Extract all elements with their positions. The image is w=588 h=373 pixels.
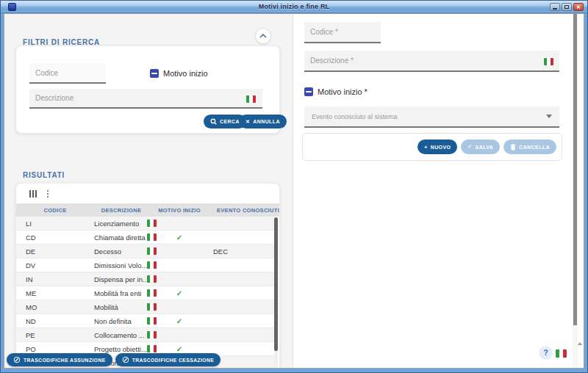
italian-flag-icon <box>147 233 157 241</box>
motivo-inizio-detail-checkbox[interactable]: Motivo inizio * <box>304 87 368 96</box>
help-button[interactable]: ? <box>539 346 553 360</box>
close-button[interactable]: ✕ <box>573 3 584 11</box>
search-panel: FILTRI DI RICERCA Motivo inizio CERCA ✕ <box>4 14 293 368</box>
cell-motivo-inizio: ✓ <box>158 289 201 297</box>
evento-conosciuto-select[interactable]: Evento conosciuto al sistema <box>304 106 559 128</box>
detail-panel: Motivo inizio * Evento conosciuto al sis… <box>293 14 572 368</box>
column-header-codice[interactable]: CODICE <box>26 207 85 214</box>
cerca-label: CERCA <box>220 119 240 124</box>
cell-codice: ME <box>26 289 85 297</box>
plus-icon: + <box>424 145 428 150</box>
table-row[interactable]: MOMobilità <box>16 300 274 314</box>
italian-flag-icon <box>147 261 157 269</box>
italian-flag-icon <box>147 345 157 352</box>
cell-descrizione: Licenziamento <box>85 220 158 228</box>
cell-descrizione: Dimissioni Volo... <box>85 261 158 269</box>
cell-motivo-inizio: ✓ <box>158 233 201 242</box>
column-header-descrizione[interactable]: DESCRIZIONE <box>85 207 158 214</box>
trascodifiche-assunzione-label: TRASCODIFICHE ASSUNZIONE <box>24 358 106 363</box>
language-italian-flag-icon[interactable] <box>556 350 567 358</box>
table-row[interactable]: MEMobilità fra enti✓ <box>16 286 274 300</box>
transcode-icon <box>13 356 21 363</box>
nuovo-button[interactable]: + NUOVO <box>417 140 457 154</box>
trascodifiche-cessazione-label: TRASCODIFICHE CESSAZIONE <box>132 358 215 363</box>
codice-filter-input[interactable] <box>29 64 106 84</box>
more-options-icon[interactable] <box>47 190 49 198</box>
salva-button[interactable]: ✓ SALVA <box>461 140 500 154</box>
cell-motivo-inizio: ✓ <box>158 317 201 325</box>
table-row[interactable]: PECollocamento ... <box>16 328 274 342</box>
collapse-filters-button[interactable] <box>255 28 271 44</box>
cell-descrizione: Chiamata diretta <box>85 233 158 242</box>
window-content: FILTRI DI RICERCA Motivo inizio CERCA ✕ <box>4 13 584 369</box>
table-body: LILicenziamentoCDChiamata diretta✓DEDece… <box>16 217 274 368</box>
table-row[interactable]: LILicenziamento <box>16 217 274 231</box>
italian-flag-icon <box>147 220 157 227</box>
trascodifiche-cessazione-button[interactable]: TRASCODIFICHE CESSAZIONE <box>115 353 221 366</box>
app-window: Motivi inizio e fine RL ✕ FILTRI DI RICE… <box>0 0 588 373</box>
trash-icon <box>510 144 516 151</box>
cell-descrizione: Progetto obietti... <box>85 345 158 353</box>
check-icon: ✓ <box>176 233 182 242</box>
codice-detail-input[interactable] <box>304 22 381 43</box>
cell-evento-conosciuto: DEC <box>201 247 274 256</box>
cell-descrizione: Collocamento ... <box>85 331 158 339</box>
column-header-motivo-inizio[interactable]: MOTIVO INIZIO <box>158 207 201 214</box>
page-scrollbar-thumb[interactable] <box>573 14 577 325</box>
app-icon <box>8 3 16 11</box>
check-icon: ✓ <box>176 289 182 297</box>
evento-conosciuto-placeholder: Evento conosciuto al sistema <box>312 113 546 120</box>
cancella-label: CANCELLA <box>519 145 550 150</box>
search-icon <box>210 118 217 125</box>
window-controls: ✕ <box>550 3 584 11</box>
table-row[interactable]: INDispensa per in... <box>16 272 274 286</box>
motivo-inizio-filter-checkbox[interactable]: Motivo inizio <box>150 69 208 78</box>
cell-descrizione: Decesso <box>85 247 158 256</box>
cell-codice: LI <box>26 220 85 228</box>
minimize-button[interactable] <box>550 3 560 11</box>
cancella-button[interactable]: CANCELLA <box>503 140 556 154</box>
descrizione-detail-input[interactable] <box>304 51 559 72</box>
column-header-evento-conosciuto[interactable]: EVENTO CONOSCIUTO... <box>201 207 279 214</box>
table-row[interactable]: NDNon definita✓ <box>16 314 274 328</box>
minimize-icon <box>553 8 557 10</box>
question-icon: ? <box>543 349 548 357</box>
check-icon: ✓ <box>467 144 472 150</box>
table-row[interactable]: DVDimissioni Volo... <box>16 258 274 272</box>
chevron-up-icon <box>259 34 267 38</box>
maximize-button[interactable] <box>562 3 572 11</box>
cell-codice: DV <box>26 261 85 269</box>
checkbox-indeterminate-icon <box>150 69 159 78</box>
italian-flag-icon <box>147 317 157 325</box>
close-icon: ✕ <box>576 4 581 10</box>
annulla-button[interactable]: ✕ ANNULLA <box>239 115 287 128</box>
table-row[interactable]: CDChiamata diretta✓ <box>16 231 274 245</box>
cell-codice: CD <box>26 233 85 242</box>
columns-icon[interactable] <box>29 190 37 198</box>
motivo-inizio-filter-label: Motivo inizio <box>163 69 208 78</box>
detail-actions-card: + NUOVO ✓ SALVA CANCELLA <box>302 133 562 161</box>
motivo-inizio-detail-label: Motivo inizio * <box>318 87 368 96</box>
page-scrollbar[interactable] <box>573 14 578 368</box>
table-scrollbar-thumb[interactable] <box>274 217 278 351</box>
cell-motivo-inizio: ✓ <box>158 345 201 353</box>
cell-codice: DE <box>26 247 85 256</box>
checkbox-indeterminate-icon <box>304 87 313 96</box>
cell-descrizione: Mobilità fra enti <box>85 289 158 297</box>
table-scrollbar[interactable] <box>274 217 278 368</box>
check-icon: ✓ <box>176 345 182 353</box>
descrizione-filter-input[interactable] <box>29 89 262 109</box>
cell-codice: IN <box>26 275 85 283</box>
table-row[interactable]: DEDecessoDEC <box>16 245 274 258</box>
cell-codice: MO <box>26 303 85 311</box>
cell-codice: PE <box>26 331 85 339</box>
cell-descrizione: Mobilità <box>85 303 158 311</box>
trascodifiche-assunzione-button[interactable]: TRASCODIFICHE ASSUNZIONE <box>7 353 112 366</box>
scroll-up-arrow-icon <box>578 342 582 345</box>
italian-flag-icon <box>147 331 157 338</box>
italian-flag-icon <box>147 303 157 311</box>
italian-flag-icon <box>246 95 256 103</box>
cell-descrizione: Dispensa per in... <box>85 275 158 283</box>
window-titlebar[interactable]: Motivi inizio e fine RL ✕ <box>1 1 587 13</box>
table-toolbar <box>16 184 279 203</box>
